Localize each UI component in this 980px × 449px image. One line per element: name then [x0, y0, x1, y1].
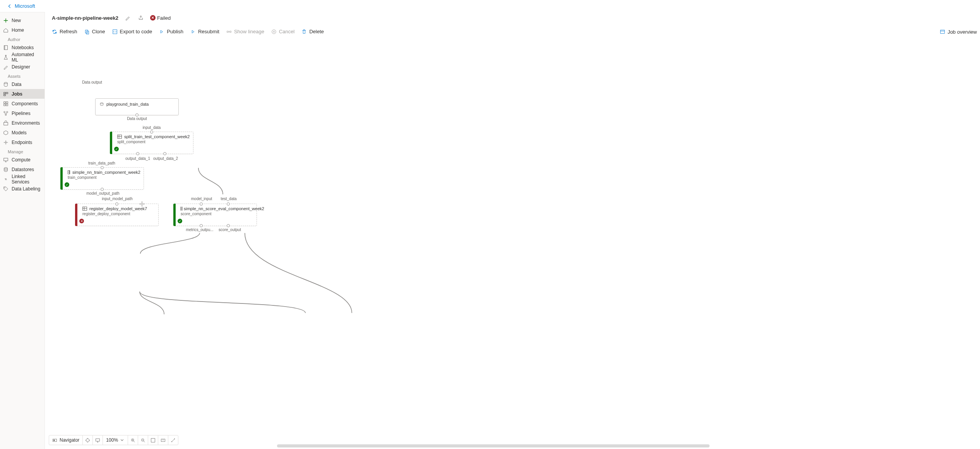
publish-button[interactable]: Publish [159, 29, 183, 34]
models-icon [3, 130, 9, 135]
move-handle[interactable] [139, 201, 145, 207]
fullscreen-button[interactable] [148, 435, 158, 445]
sidebar-compute[interactable]: Compute [0, 155, 44, 165]
svg-point-32 [86, 439, 89, 442]
port-metrics-output[interactable] [200, 224, 203, 227]
sidebar-notebooks-label: Notebooks [12, 45, 34, 50]
delete-label: Delete [309, 29, 324, 34]
node-subtitle: split_component [110, 140, 193, 146]
sidebar-components[interactable]: Components [0, 99, 44, 108]
svg-point-12 [4, 111, 5, 113]
zoom-dropdown[interactable]: 100% [103, 435, 128, 445]
port-output-data-1[interactable] [136, 152, 139, 155]
sidebar-datastores[interactable]: Datastores [0, 165, 44, 174]
zoom-in-button[interactable] [128, 435, 138, 445]
svg-rect-15 [4, 122, 8, 125]
edit-name-button[interactable] [124, 14, 132, 22]
port-model-output-path[interactable] [101, 188, 104, 191]
environments-icon [3, 120, 9, 126]
sidebar-data[interactable]: Data [0, 79, 44, 89]
node-score-eval[interactable]: simple_nn_score_eval_component_week2 sco… [173, 204, 257, 226]
sidebar-labeling[interactable]: Data Labeling [0, 184, 44, 194]
link-icon [3, 177, 9, 182]
main-area: A-simple-nn-pipeline-week2 ✕ Failed Refr… [45, 0, 980, 449]
port-output-data-2[interactable] [163, 152, 166, 155]
clone-button[interactable]: Clone [84, 29, 105, 34]
port-label-n1-out: Data output [127, 117, 147, 121]
sidebar-environments-label: Environments [12, 120, 40, 126]
show-lineage-button[interactable]: Show lineage [226, 29, 264, 34]
sidebar-models-label: Models [12, 130, 27, 135]
share-button[interactable] [137, 14, 145, 22]
svg-rect-26 [941, 30, 945, 34]
sidebar-linked[interactable]: Linked Services [0, 174, 44, 184]
sidebar-endpoints[interactable]: Endpoints [0, 137, 44, 147]
refresh-button[interactable]: Refresh [52, 29, 77, 34]
sidebar-notebooks[interactable]: Notebooks [0, 43, 44, 52]
lineage-icon [226, 29, 232, 34]
sidebar-home[interactable]: Home [0, 25, 44, 35]
port-score-output[interactable] [227, 224, 230, 227]
port-train-data-path[interactable] [101, 166, 104, 169]
port-model-input[interactable] [200, 202, 203, 206]
svg-point-19 [5, 187, 5, 188]
sidebar-models[interactable]: Models [0, 128, 44, 137]
auto-layout-button[interactable] [168, 435, 178, 445]
sidebar-environments[interactable]: Environments [0, 118, 44, 128]
export-code-button[interactable]: Export to code [112, 29, 152, 34]
port-input-data[interactable] [150, 130, 153, 134]
navigator-button[interactable]: Navigator [49, 435, 83, 445]
sidebar-new[interactable]: New [0, 15, 44, 25]
port-label-n2-in: input_data [143, 125, 161, 130]
svg-rect-8 [4, 101, 5, 103]
zoom-out-button[interactable] [138, 435, 148, 445]
svg-rect-24 [230, 31, 231, 33]
cancel-button[interactable]: Cancel [271, 29, 294, 34]
cancel-label: Cancel [279, 29, 294, 34]
sidebar-automl[interactable]: Automated ML [0, 52, 44, 62]
status-bar [60, 167, 63, 190]
sidebar-compute-label: Compute [12, 157, 31, 163]
node-simple-nn-train[interactable]: simple_nn_train_component_week2 train_co… [60, 167, 144, 190]
port-test-data[interactable] [227, 202, 230, 206]
node-split-train-test[interactable]: split_train_test_component_week2 split_c… [110, 132, 193, 154]
actual-size-button[interactable] [158, 435, 168, 445]
sidebar-linked-label: Linked Services [12, 174, 41, 185]
sidebar-jobs[interactable]: Jobs [0, 89, 44, 99]
designer-icon [3, 64, 9, 70]
zoom-out-icon [140, 438, 145, 443]
recenter-button[interactable] [83, 435, 93, 445]
node-playground-train-data[interactable]: playground_train_data Data output [95, 98, 179, 115]
run-status-label: Failed [157, 15, 171, 21]
sidebar-pipelines[interactable]: Pipelines [0, 108, 44, 118]
sidebar-pipelines-label: Pipelines [12, 111, 31, 116]
port-label-n3-in: train_data_path [88, 161, 115, 165]
resubmit-label: Resubmit [198, 29, 219, 34]
node-subtitle: register_deploy_component [75, 212, 158, 218]
endpoints-icon [3, 140, 9, 145]
error-icon: ✕ [150, 15, 156, 21]
zoom-label: 100% [106, 437, 118, 443]
play-icon [190, 29, 196, 34]
svg-point-4 [4, 82, 8, 84]
home-icon [3, 27, 9, 33]
node-register-deploy[interactable]: register_deploy_model_week7 register_dep… [75, 204, 159, 226]
pipelines-icon [3, 111, 9, 116]
scroll-thumb[interactable] [277, 444, 710, 447]
port-data-output[interactable] [135, 113, 139, 117]
delete-button[interactable]: Delete [301, 29, 324, 34]
resubmit-button[interactable]: Resubmit [190, 29, 219, 34]
node-title: simple_nn_train_component_week2 [72, 170, 140, 175]
canvas-horizontal-scrollbar[interactable] [277, 444, 895, 447]
status-bar [110, 132, 112, 154]
svg-point-18 [4, 167, 8, 169]
back-button[interactable]: Microsoft [7, 3, 35, 9]
navigator-label: Navigator [60, 437, 79, 443]
node-title: simple_nn_score_eval_component_week2 [184, 206, 264, 211]
fit-screen-button[interactable] [93, 435, 103, 445]
sidebar-data-label: Data [12, 82, 21, 87]
pipeline-canvas[interactable]: playground_train_data Data output Data o… [45, 36, 980, 449]
sidebar-designer[interactable]: Designer [0, 62, 44, 72]
component-icon [181, 207, 181, 211]
port-input-model-path[interactable] [115, 202, 118, 206]
